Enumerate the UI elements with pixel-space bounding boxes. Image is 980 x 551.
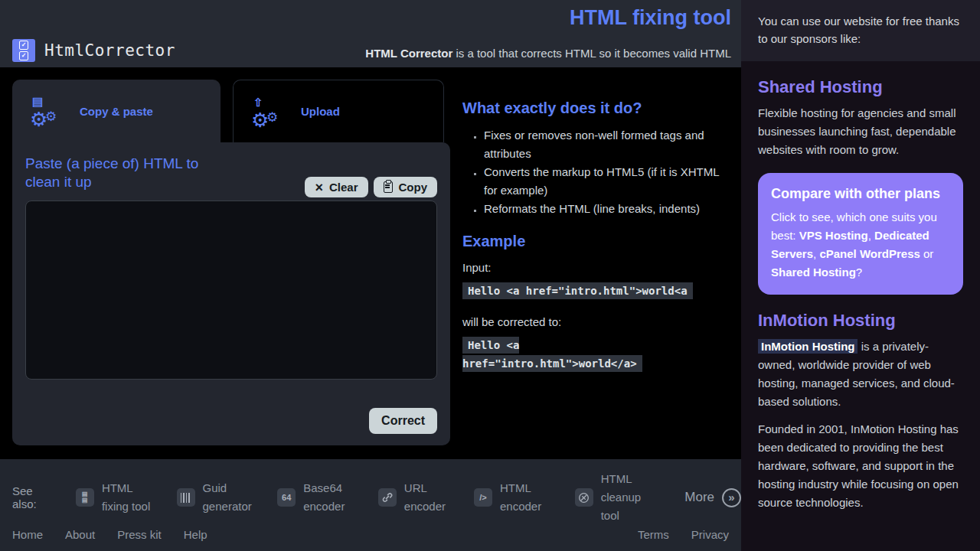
header: ✓ ✓ HtmlCorrector HTML fixing tool HTML … [0,0,741,67]
compare-plans-text: Click to see, which one suits you best: … [771,208,952,282]
corrected-code-wrap: Hello <a href="intro.html">world</a> [462,336,677,373]
plan-vps[interactable]: VPS Hosting [799,229,868,242]
see-also-label: See also: [12,484,51,510]
plan-suffix: ? [856,266,862,279]
link-html-fixing-tool[interactable]: ▤▤ HTML fixing tool [76,479,155,516]
plan-shared[interactable]: Shared Hosting [771,266,856,279]
link-label: Base64 encoder [303,479,357,516]
info-article: What exactly does it do? Fixes or remove… [462,99,732,386]
link-label: URL encoder [404,479,452,516]
clipboard-icon [384,181,393,193]
code-icon: /> [474,488,492,507]
more-chevrons-icon: » [722,488,741,507]
compare-plans-heading: Compare with other plans [771,184,952,203]
input-code-wrap: Hello <a href="intro.html">world<a [462,282,732,300]
corrected-code: Hello <a href="intro.html">world</a> [462,337,642,372]
input-label: Input: [462,259,732,276]
link-label: HTML cleanup tool [601,470,655,525]
docs-glyph: ▤▤ [82,491,88,504]
checkbox-doc-icon: ✓ [19,51,28,60]
shared-hosting-text: Flexible hosting for agencies and small … [758,104,963,159]
link-url-encoder[interactable]: URL encoder [378,479,452,516]
logo-text: HtmlCorrector [44,41,175,60]
inmotion-link[interactable]: InMotion Hosting [758,339,858,354]
copy-button[interactable]: Copy [374,177,438,197]
input-code: Hello <a href="intro.html">world<a [462,282,693,299]
gear-icon: ⚙ [45,110,57,123]
plan-sep: or [920,247,934,260]
html-paste-textarea[interactable] [25,201,437,380]
link-label: Guid generator [203,479,256,516]
tab-copy-paste[interactable]: ▤ ⚙ ⚙ Copy & paste [12,80,220,142]
nav-help[interactable]: Help [184,528,207,541]
barcode-glyph [181,493,191,503]
panel-heading: Paste (a piece of) HTML to clean it up [25,155,220,191]
gear-icon: ⚙ [266,111,278,124]
footer-nav-spacer [230,528,616,541]
footer: See also: ▤▤ HTML fixing tool Guid gener… [0,459,741,551]
logo-icon: ✓ ✓ [12,39,35,62]
nav-press-kit[interactable]: Press kit [117,528,162,541]
correct-button-label: Correct [381,414,425,428]
upload-gears-icon: ⇧ ⚙ ⚙ [252,97,283,126]
plan-sep: , [868,229,874,242]
compare-plans-card[interactable]: Compare with other plans Click to see, w… [758,173,963,295]
feature-item: Reformats the HTML (line breaks, indents… [484,200,732,218]
tab-bar: ▤ ⚙ ⚙ Copy & paste ⇧ ⚙ ⚙ Upload [12,80,444,142]
nav-about[interactable]: About [65,528,95,541]
sponsor-sidebar: You can use our website for free thanks … [741,0,980,551]
clear-button-label: Clear [329,181,358,194]
upload-arrow-icon: ⇧ [253,96,263,108]
link-label: HTML encoder [500,479,554,516]
sponsor-note: You can use our website for free thanks … [741,0,980,61]
inmotion-paragraph-2: Founded in 2001, InMotion Hosting has be… [758,420,963,512]
see-also-row: See also: ▤▤ HTML fixing tool Guid gener… [12,470,741,525]
clear-button[interactable]: × Clear [305,177,368,197]
subtitle-rest: is a tool that corrects HTML so it becom… [452,47,731,60]
copy-button-label: Copy [399,181,428,194]
subtitle-bold: HTML Corrector [365,47,452,60]
feature-item: Converts the markup to HTML5 (if it is X… [484,163,732,200]
tab-upload-label: Upload [301,105,340,118]
link-label: HTML fixing tool [102,479,155,516]
more-link[interactable]: More » [684,488,741,507]
nav-terms[interactable]: Terms [638,528,669,541]
checkbox-doc-icon: ✓ [19,41,28,50]
plan-cpanel-wordpress[interactable]: cPanel WordPress [819,247,920,260]
link-base64-encoder[interactable]: 64 Base64 encoder [277,479,357,516]
nav-home[interactable]: Home [12,528,43,541]
page-title: HTML fixing tool [570,6,731,30]
footer-nav: Home About Press kit Help Terms Privacy [12,528,729,541]
document-icon: ▤ [32,96,43,107]
link-html-cleanup-tool[interactable]: HTML cleanup tool [575,470,655,525]
more-label: More [684,490,714,505]
clear-x-icon: × [315,182,323,193]
nav-privacy[interactable]: Privacy [691,528,729,541]
logo[interactable]: ✓ ✓ HtmlCorrector [12,39,175,62]
correct-button[interactable]: Correct [369,408,437,434]
page-subtitle: HTML Corrector is a tool that corrects H… [365,47,731,60]
what-heading: What exactly does it do? [462,99,732,117]
tab-upload[interactable]: ⇧ ⚙ ⚙ Upload [233,80,444,142]
sponsor-body: Shared Hosting Flexible hosting for agen… [741,77,980,512]
chain-link-icon [378,488,397,507]
corrected-label: will be corrected to: [462,314,732,331]
shared-hosting-heading[interactable]: Shared Hosting [758,77,965,97]
base64-icon: 64 [277,488,296,507]
paste-panel: Paste (a piece of) HTML to clean it up ×… [12,142,450,445]
feature-item: Fixes or removes non-well formed tags an… [484,126,732,163]
feature-list: Fixes or removes non-well formed tags an… [462,126,732,218]
panel-actions: × Clear Copy [305,177,437,197]
link-guid-generator[interactable]: Guid generator [177,479,256,516]
tab-copy-paste-label: Copy & paste [80,105,153,118]
cleanup-icon [575,488,593,507]
barcode-icon [177,488,195,507]
inmotion-heading[interactable]: InMotion Hosting [758,311,965,331]
copy-paste-gears-icon: ▤ ⚙ ⚙ [31,96,61,126]
inmotion-paragraph-1: InMotion Hosting is a privately-owned, w… [758,337,963,411]
example-heading: Example [462,233,732,250]
link-html-encoder[interactable]: /> HTML encoder [474,479,554,516]
html-fixing-tool-icon: ▤▤ [76,488,94,507]
